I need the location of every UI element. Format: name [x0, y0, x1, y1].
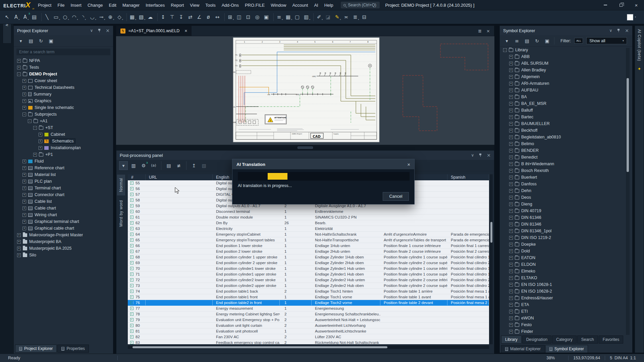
horizontal-splitter[interactable] — [116, 145, 494, 150]
table-row[interactable]: + 68 End position cylinder 1 upper strok… — [128, 254, 489, 260]
toolbar-button[interactable]: ▭ ▾ — [52, 12, 61, 22]
post-vertical-tab[interactable]: Normal — [117, 175, 125, 195]
toolbar-button[interactable]: ⊤ ▾ — [168, 12, 177, 22]
table-row[interactable]: + 75 End position table1 front 1 Endlage… — [128, 294, 489, 300]
toolbar-button[interactable]: ↕ ▾ — [159, 12, 168, 22]
toolbar-button[interactable]: ▾ — [157, 13, 158, 21]
toolbar-button[interactable]: ∠ ▾ — [196, 12, 205, 22]
symbol-toolbar-button[interactable]: ▣ — [543, 37, 551, 45]
tree-item[interactable]: − +ST — [14, 124, 113, 131]
close-icon[interactable]: × — [106, 28, 110, 33]
row-expander-icon[interactable]: + — [130, 335, 133, 339]
table-row[interactable]: + 66 End position 1 lower stroke 1 Endla… — [128, 243, 489, 249]
tree-item[interactable]: + Graphical cable chart — [14, 225, 113, 232]
panel-toolbar-button[interactable]: ▣ — [47, 37, 55, 45]
toolbar-button[interactable]: ▾ — [41, 13, 42, 21]
library-tree-item[interactable]: + ETI — [500, 308, 632, 315]
library-tree-item[interactable]: − Library — [500, 47, 632, 53]
symbol-subtab[interactable]: Library — [501, 336, 522, 344]
tree-item[interactable]: + NFPA — [14, 57, 113, 64]
table-row[interactable]: + 62 Dm By 26 Bearb. — [128, 220, 489, 226]
menu-item[interactable]: View — [187, 0, 202, 10]
filter-all-badge[interactable]: ALL — [574, 38, 583, 44]
toolbar-button[interactable]: ≡ ▾ — [275, 12, 284, 22]
library-tree-item[interactable]: + Bosch Rexroth — [500, 167, 632, 174]
row-expander-icon[interactable]: + — [130, 318, 133, 321]
tree-item[interactable]: + Connector chart — [14, 191, 113, 198]
status-zoom[interactable]: 38% — [546, 356, 555, 360]
menu-item[interactable]: Window — [268, 0, 289, 10]
toolbar-button[interactable]: ↔ ▾ — [214, 12, 223, 22]
toolbar-button[interactable]: ▦ ▾ — [284, 12, 293, 22]
toolbar-button[interactable]: ◝ ▾ — [79, 12, 89, 22]
symbol-toolbar-button[interactable]: ↻ — [533, 37, 541, 45]
tree-expander-icon[interactable]: + — [509, 323, 513, 327]
library-tree-item[interactable]: + EN ISO 10628-1 — [500, 281, 632, 288]
filter-dropdown[interactable]: Show all ▾ — [586, 37, 627, 44]
panel-toolbar-button[interactable]: ▤ — [26, 37, 35, 45]
menu-item[interactable]: Account — [289, 0, 311, 10]
menu-item[interactable]: Edit — [106, 0, 119, 10]
menu-item[interactable]: Report — [168, 0, 187, 10]
toolbar-button[interactable]: ✎ ▾ — [333, 12, 342, 22]
close-icon[interactable]: × — [625, 28, 629, 33]
tab-list-icon[interactable]: ≣ — [478, 28, 482, 34]
tree-item[interactable]: − =A1 — [14, 118, 113, 124]
close-button[interactable]: × — [629, 0, 644, 10]
table-row[interactable]: + 74 End position table1 back 2 Endlage … — [128, 289, 489, 294]
table-row[interactable]: + 80 Evaluation unit light curtain 2 Aus… — [128, 323, 489, 328]
tree-expander-icon[interactable]: + — [509, 55, 513, 59]
document-tab[interactable]: ϟ =A1+ST_Plan.0001.wsELD × — [116, 26, 192, 36]
tree-expander-icon[interactable]: + — [509, 149, 513, 153]
toolbar-button[interactable]: ⊸ ▾ — [98, 12, 107, 22]
tree-item[interactable]: + Musterprojekt BA — [14, 238, 113, 245]
table-row[interactable]: + 76 End position table2 in front 1 Endl… — [128, 300, 489, 306]
tree-expander-icon[interactable]: + — [509, 283, 513, 287]
tree-expander-icon[interactable]: + — [17, 66, 21, 69]
splitter-handle[interactable] — [298, 146, 313, 149]
tree-item[interactable]: + Material list — [14, 171, 113, 178]
library-tree-item[interactable]: + AUFBAU — [500, 87, 632, 94]
tree-expander-icon[interactable]: + — [39, 139, 42, 143]
library-tree-item[interactable]: + EATON — [500, 254, 632, 261]
minimize-button[interactable] — [598, 0, 613, 10]
row-expander-icon[interactable]: + — [130, 341, 133, 344]
tree-expander-icon[interactable]: + — [509, 102, 513, 106]
table-row[interactable]: + 64 Emergency stop\nCabinet 1 Not-Halt\… — [128, 232, 489, 237]
menu-item[interactable]: Interfaces — [143, 0, 168, 10]
right-dock-tab[interactable]: Material Explorer — [501, 345, 545, 353]
tree-expander-icon[interactable]: + — [22, 99, 26, 103]
row-expander-icon[interactable]: + — [130, 278, 133, 282]
tree-expander-icon[interactable]: + — [509, 176, 513, 179]
tree-item[interactable]: + Cabinet — [14, 131, 113, 138]
table-row[interactable]: + 69 End position cylinder 2 upper strok… — [128, 260, 489, 266]
post-vertical-tab[interactable]: Word by word — [117, 197, 125, 230]
toolbar-button[interactable]: ☁ ▾ — [147, 12, 156, 22]
tree-search-input[interactable] — [16, 49, 110, 55]
tree-expander-icon[interactable]: + — [509, 296, 513, 300]
tree-expander-icon[interactable]: + — [509, 263, 513, 266]
library-tree-item[interactable]: + Dold — [500, 248, 632, 254]
ai-copilot-strip[interactable]: AI Copilot (beta) ✦ — [635, 25, 644, 353]
tree-item[interactable]: + Cable chart — [14, 205, 113, 212]
tree-expander-icon[interactable]: + — [509, 310, 513, 313]
table-row[interactable]: + 65 Emergency stop\nTransport tables 1 … — [128, 237, 489, 243]
toolbar-button[interactable]: ↖ ▾ — [3, 12, 12, 22]
tree-expander-icon[interactable]: + — [22, 220, 26, 224]
toolbar-button[interactable]: ◎ ▾ — [254, 12, 263, 22]
row-expander-icon[interactable]: + — [130, 181, 133, 185]
tree-expander-icon[interactable]: + — [509, 249, 513, 253]
tree-expander-icon[interactable]: − — [503, 48, 507, 52]
tree-item[interactable]: + Cable list — [14, 198, 113, 205]
horizontal-scrollbar[interactable] — [128, 346, 489, 349]
tree-expander-icon[interactable]: − — [33, 126, 37, 130]
toolbar-button[interactable]: ▢ ▾ — [293, 12, 303, 22]
tree-item[interactable]: + Cover sheet — [14, 77, 113, 84]
toolbar-button[interactable]: ⊡ ▾ — [245, 12, 254, 22]
library-tree-item[interactable]: + Bartec — [500, 114, 632, 120]
toolbar-button[interactable]: ◪ ▾ — [324, 12, 333, 22]
tree-expander-icon[interactable]: + — [509, 115, 513, 119]
dialog-titlebar[interactable]: AI Translation × — [232, 159, 414, 169]
menu-item[interactable]: AI — [311, 0, 321, 10]
tree-item[interactable]: + Terminal chart — [14, 185, 113, 191]
